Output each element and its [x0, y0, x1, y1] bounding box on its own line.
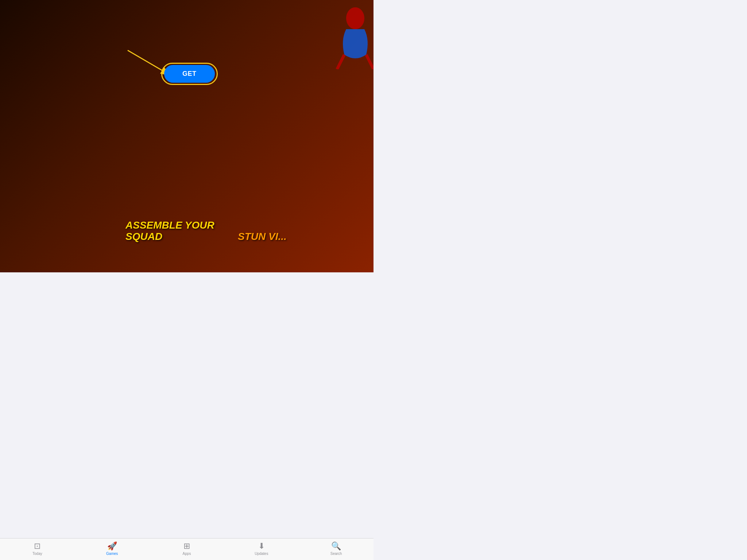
get-button-large[interactable]: GET [164, 65, 215, 83]
preview-3-text: STUN VI... [238, 231, 287, 242]
preview-section: Preview COLLECT AND EVOLVE ASSEMBLE YOUR… [0, 147, 374, 247]
preview-2-text: ASSEMBLE YOUR SQUAD [125, 220, 225, 242]
preview-thumb-3: STUN VI... [233, 167, 314, 247]
main-content: MARVEL MARVEL Strike Force MARVEL Heroes… [0, 26, 374, 272]
floating-get-container: GET [164, 65, 215, 83]
get-button-highlighted-wrapper: GET [164, 65, 215, 83]
page-wrapper: 12:40 PM Wed May 29 ✳ 📶 ▶ 77% 🔋 ‹ Games [0, 0, 374, 272]
preview-images-row: COLLECT AND EVOLVE ASSEMBLE YOUR SQUAD [9, 167, 365, 247]
